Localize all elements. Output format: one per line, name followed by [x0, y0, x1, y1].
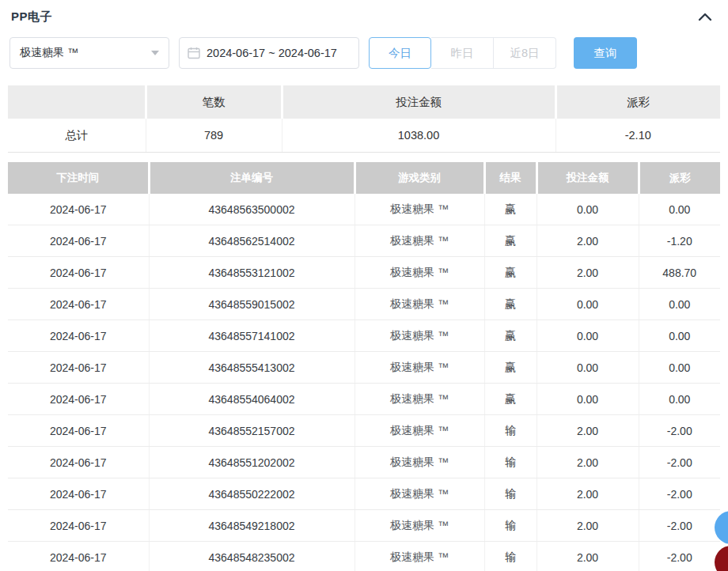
- summary-total-label: 总计: [8, 119, 146, 153]
- cell-bet-id: 43648548235002: [149, 542, 355, 571]
- cell-payout: -2.00: [639, 510, 720, 542]
- cell-bet-amount: 2.00: [537, 415, 639, 447]
- table-row: 2024-06-17 43648550222002 极速糖果 ™ 输 2.00 …: [8, 478, 720, 510]
- cell-result: 输: [484, 478, 537, 510]
- cell-game: 极速糖果 ™: [355, 478, 484, 510]
- cell-game: 极速糖果 ™: [355, 384, 484, 415]
- cell-bet-time: 2024-06-17: [8, 225, 149, 257]
- cell-game: 极速糖果 ™: [355, 542, 484, 571]
- cell-game: 极速糖果 ™: [355, 510, 484, 542]
- cell-bet-id: 43648550222002: [149, 478, 355, 510]
- cell-result: 赢: [484, 289, 537, 320]
- cell-payout: -2.00: [639, 542, 720, 571]
- bet-records-table: 下注时间 注单编号 游戏类别 结果 投注金额 派彩 2024-06-17 436…: [8, 162, 720, 571]
- chevron-up-icon: [698, 12, 712, 21]
- search-button[interactable]: 查询: [574, 37, 637, 69]
- date-range-value: 2024-06-17 ~ 2024-06-17: [207, 47, 337, 59]
- cell-payout: -2.00: [639, 478, 720, 510]
- summary-total-bet-amount: 1038.00: [282, 119, 555, 153]
- cell-result: 赢: [484, 384, 537, 415]
- cell-bet-id: 43648562514002: [149, 225, 355, 257]
- cell-payout: -2.00: [639, 447, 720, 478]
- cell-bet-amount: 2.00: [537, 225, 639, 257]
- cell-result: 输: [484, 510, 537, 542]
- summary-header-bet-amount: 投注金额: [282, 85, 555, 119]
- cell-bet-id: 43648563500002: [149, 194, 355, 225]
- tab-last-8-days[interactable]: 近8日: [494, 37, 556, 69]
- bet-table-header-row: 下注时间 注单编号 游戏类别 结果 投注金额 派彩: [8, 162, 720, 194]
- cell-bet-time: 2024-06-17: [8, 352, 149, 384]
- cell-bet-time: 2024-06-17: [8, 257, 149, 289]
- cell-game: 极速糖果 ™: [355, 415, 484, 447]
- cell-result: 赢: [484, 257, 537, 289]
- cell-bet-id: 43648553121002: [149, 257, 355, 289]
- table-row: 2024-06-17 43648548235002 极速糖果 ™ 输 2.00 …: [8, 542, 720, 571]
- cell-game: 极速糖果 ™: [355, 225, 484, 257]
- table-row: 2024-06-17 43648554064002 极速糖果 ™ 赢 0.00 …: [8, 384, 720, 415]
- page-title: PP电子: [11, 9, 52, 25]
- cell-bet-time: 2024-06-17: [8, 510, 149, 542]
- tab-yesterday[interactable]: 昨日: [431, 37, 494, 69]
- summary-total-payout: -2.10: [555, 119, 720, 153]
- cell-bet-id: 43648559015002: [149, 289, 355, 320]
- summary-total-count: 789: [146, 119, 282, 153]
- cell-payout: 0.00: [639, 320, 720, 352]
- cell-bet-id: 43648554064002: [149, 384, 355, 415]
- tab-today[interactable]: 今日: [369, 37, 431, 69]
- cell-game: 极速糖果 ™: [355, 447, 484, 478]
- cell-bet-time: 2024-06-17: [8, 478, 149, 510]
- cell-result: 赢: [484, 320, 537, 352]
- header-payout: 派彩: [639, 162, 720, 194]
- table-row: 2024-06-17 43648552157002 极速糖果 ™ 输 2.00 …: [8, 415, 720, 447]
- header-bet-id: 注单编号: [149, 162, 355, 194]
- filter-bar: 极速糖果 ™ 2024-06-17 ~ 2024-06-17 今日 昨日 近8日…: [9, 37, 728, 69]
- cell-bet-amount: 2.00: [537, 510, 639, 542]
- cell-payout: 488.70: [639, 257, 720, 289]
- cell-bet-amount: 2.00: [537, 257, 639, 289]
- calendar-icon: [188, 47, 200, 59]
- game-select[interactable]: 极速糖果 ™: [9, 37, 169, 69]
- summary-table: 笔数 投注金额 派彩 总计 789 1038.00 -2.10: [8, 85, 720, 153]
- cell-bet-id: 43648549218002: [149, 510, 355, 542]
- collapse-button[interactable]: [696, 9, 714, 24]
- quick-date-tabs: 今日 昨日 近8日: [369, 37, 556, 69]
- cell-bet-amount: 2.00: [537, 478, 639, 510]
- cell-result: 输: [484, 415, 537, 447]
- header-bet-amount: 投注金额: [537, 162, 639, 194]
- cell-bet-amount: 2.00: [537, 542, 639, 571]
- table-row: 2024-06-17 43648555413002 极速糖果 ™ 赢 0.00 …: [8, 352, 720, 384]
- table-row: 2024-06-17 43648551202002 极速糖果 ™ 输 2.00 …: [8, 447, 720, 478]
- date-range-input[interactable]: 2024-06-17 ~ 2024-06-17: [179, 37, 359, 69]
- cell-payout: -1.20: [639, 225, 720, 257]
- cell-payout: -2.00: [639, 415, 720, 447]
- table-row: 2024-06-17 43648549218002 极速糖果 ™ 输 2.00 …: [8, 510, 720, 542]
- cell-game: 极速糖果 ™: [355, 320, 484, 352]
- summary-total-row: 总计 789 1038.00 -2.10: [8, 119, 720, 153]
- cell-bet-time: 2024-06-17: [8, 320, 149, 352]
- cell-bet-time: 2024-06-17: [8, 415, 149, 447]
- table-row: 2024-06-17 43648563500002 极速糖果 ™ 赢 0.00 …: [8, 194, 720, 225]
- table-row: 2024-06-17 43648557141002 极速糖果 ™ 赢 0.00 …: [8, 320, 720, 352]
- cell-bet-amount: 0.00: [537, 384, 639, 415]
- cell-bet-id: 43648551202002: [149, 447, 355, 478]
- cell-payout: 0.00: [639, 194, 720, 225]
- cell-result: 赢: [484, 194, 537, 225]
- cell-game: 极速糖果 ™: [355, 257, 484, 289]
- cell-bet-id: 43648552157002: [149, 415, 355, 447]
- table-row: 2024-06-17 43648559015002 极速糖果 ™ 赢 0.00 …: [8, 289, 720, 320]
- chevron-down-icon: [151, 51, 159, 55]
- cell-payout: 0.00: [639, 384, 720, 415]
- summary-header-count: 笔数: [146, 85, 282, 119]
- cell-bet-time: 2024-06-17: [8, 384, 149, 415]
- table-row: 2024-06-17 43648553121002 极速糖果 ™ 赢 2.00 …: [8, 257, 720, 289]
- bet-table-body: 2024-06-17 43648563500002 极速糖果 ™ 赢 0.00 …: [8, 194, 720, 571]
- cell-bet-time: 2024-06-17: [8, 289, 149, 320]
- cell-bet-amount: 0.00: [537, 352, 639, 384]
- cell-bet-amount: 0.00: [537, 289, 639, 320]
- cell-payout: 0.00: [639, 289, 720, 320]
- summary-header-blank: [8, 85, 146, 119]
- header-result: 结果: [484, 162, 537, 194]
- cell-bet-id: 43648555413002: [149, 352, 355, 384]
- cell-result: 赢: [484, 352, 537, 384]
- cell-game: 极速糖果 ™: [355, 289, 484, 320]
